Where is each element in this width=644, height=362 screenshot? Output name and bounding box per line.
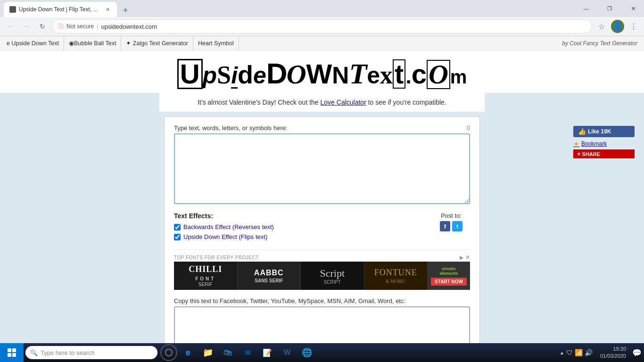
- nav-item-zalgo[interactable]: ✦ Zalgo Text Generator: [121, 36, 193, 50]
- system-tray: ▲ 🛡 📶 🔊: [556, 349, 596, 356]
- upsidedown-effect-checkbox[interactable]: [174, 234, 181, 240]
- taskbar-store-button[interactable]: 🛍: [218, 343, 238, 362]
- edge-icon: e: [186, 348, 190, 358]
- taskbar-right: ▲ 🛡 📶 🔊 19:20 01/03/2020 💬: [556, 343, 644, 362]
- notification-icon: 💬: [632, 348, 642, 357]
- bookmark-link[interactable]: ★ Bookmark: [573, 140, 635, 148]
- minimize-button[interactable]: —: [575, 0, 597, 17]
- right-sidebar: 👍 Like 19K ★ Bookmark + SHARE: [573, 126, 635, 158]
- search-icon: 🔍: [30, 349, 38, 356]
- tab-favicon: [9, 6, 16, 13]
- share-plus-icon: +: [577, 150, 581, 157]
- ad-start-now-button[interactable]: START NOW: [431, 278, 467, 286]
- promo-text-before: It's almost Valentine's Day! Check out t…: [198, 99, 318, 106]
- promo-text-after: to see if you're compatible.: [368, 99, 446, 106]
- nav-item-upside-down[interactable]: e Upside Down Text: [2, 36, 64, 50]
- ad-envato-logo: envatoelements: [439, 266, 458, 276]
- nav-item-heart[interactable]: Heart Symbol: [193, 36, 239, 50]
- nav-item-bubble-ball[interactable]: ◉ Bubble Ball Text: [64, 36, 121, 50]
- share-label: SHARE: [582, 151, 601, 157]
- copy-label: Copy this text to Facebook, Twitter, You…: [174, 297, 470, 304]
- logo-letter-U: U: [177, 59, 203, 89]
- tray-expand-icon[interactable]: ▲: [560, 350, 564, 355]
- facebook-like-button[interactable]: 👍 Like 19K: [573, 126, 635, 137]
- url-separator: |: [97, 23, 98, 30]
- nav-item-bubble-ball-label: Bubble Ball Text: [74, 40, 116, 47]
- nav-right-credit: by Cool Fancy Text Generator: [557, 40, 642, 47]
- logo-letter-e2: e: [367, 64, 380, 87]
- taskbar-edge-button[interactable]: e: [178, 343, 198, 362]
- post-to-section: Post to: f t: [432, 212, 470, 231]
- address-bar[interactable]: ⓘ Not secure | upsidedowntext.com: [52, 19, 592, 33]
- logo-letter-W: W: [306, 60, 332, 88]
- share-button[interactable]: + SHARE: [573, 149, 635, 158]
- notification-button[interactable]: 💬: [630, 343, 644, 362]
- effects-title: Text Effects:: [174, 212, 432, 220]
- logo-letter-t: t: [393, 59, 405, 89]
- bookmark-star-button[interactable]: ☆: [595, 20, 608, 33]
- taskbar-mail-button[interactable]: ✉: [238, 343, 257, 362]
- word-icon: W: [283, 348, 290, 357]
- profile-button[interactable]: 👤: [611, 20, 624, 33]
- backwards-effect-checkbox[interactable]: [174, 224, 181, 230]
- logo-letter-c: c: [412, 60, 427, 88]
- refresh-button[interactable]: ↻: [36, 20, 49, 33]
- new-tab-button[interactable]: +: [119, 4, 132, 17]
- start-button[interactable]: [0, 343, 24, 362]
- upsidedown-effect-label: Upside Down Effect (Flips text): [183, 233, 267, 240]
- profile-avatar-icon: 👤: [612, 21, 623, 32]
- ad-banner[interactable]: CHILLIFONT SERIF AABBC SANS SERIF Script…: [174, 262, 470, 290]
- logo-display: U p S i d e D O W N T e x t . c O m: [177, 59, 467, 89]
- ad-adchoices-icon: ▶: [460, 255, 463, 261]
- clock-time: 19:20: [600, 346, 626, 353]
- like-label: Like 19K: [588, 128, 611, 135]
- taskbar-chrome-button[interactable]: 🌐: [297, 343, 317, 362]
- input-label-row: Type text, words, letters, or symbols he…: [174, 124, 470, 132]
- maximize-button[interactable]: ❐: [599, 0, 620, 17]
- text-input[interactable]: [174, 133, 470, 204]
- nav-item-heart-label: Heart Symbol: [198, 40, 234, 47]
- store-icon: 🛍: [223, 348, 232, 358]
- close-button[interactable]: ✕: [622, 0, 644, 17]
- mail-icon: ✉: [245, 348, 251, 357]
- tray-network-icon: 📶: [575, 349, 583, 356]
- site-logo: U p S i d e D O W N T e x t . c O m: [0, 50, 644, 93]
- facebook-post-button[interactable]: f: [440, 221, 450, 231]
- forward-button[interactable]: →: [20, 20, 33, 33]
- ad-more-segment: FONTUNE & MORE!: [364, 262, 428, 290]
- back-button[interactable]: ←: [4, 20, 17, 33]
- taskbar-word-button[interactable]: W: [277, 343, 297, 362]
- upsidedown-effect-item: Upside Down Effect (Flips text): [174, 233, 432, 240]
- task-view-button[interactable]: [160, 344, 177, 361]
- ad-envato-segment: envatoelements START NOW: [428, 262, 470, 290]
- task-view-icon: [165, 349, 173, 356]
- system-clock[interactable]: 19:20 01/03/2020: [596, 346, 630, 360]
- ad-top-label: TOP FONTS FOR EVERY PROJECT: [174, 255, 259, 260]
- ad-more-label: & MORE!: [386, 279, 406, 284]
- tab-close-button[interactable]: ✕: [104, 6, 111, 13]
- security-icon: ⓘ: [58, 23, 64, 31]
- ad-serif-segment: CHILLIFONT SERIF: [174, 262, 238, 290]
- tray-volume-icon[interactable]: 🔊: [585, 349, 593, 356]
- sticky-icon: 📝: [263, 348, 272, 357]
- taskbar-file-explorer-button[interactable]: 📁: [198, 343, 218, 362]
- ad-close-button[interactable]: ✕: [465, 254, 470, 261]
- thumbs-up-icon: 👍: [578, 128, 586, 135]
- browser-tab[interactable]: Upside Down Text | Flip Text, Typ... ✕: [4, 2, 117, 17]
- site-navigation: e Upside Down Text ◉ Bubble Ball Text ✦ …: [0, 36, 644, 50]
- chrome-icon: 🌐: [302, 347, 312, 358]
- logo-letter-O2: O: [427, 60, 450, 89]
- backwards-effect-label: Backwards Effect (Reverses text): [183, 223, 274, 230]
- logo-dot: .: [405, 66, 411, 87]
- tray-antivirus-icon: 🛡: [566, 349, 573, 356]
- logo-letter-d: d: [238, 62, 253, 87]
- backwards-effect-label-colored: Backwards Effect (Reverses text): [183, 223, 274, 230]
- taskbar-sticky-button[interactable]: 📝: [257, 343, 277, 362]
- logo-letter-T2: T: [349, 59, 367, 88]
- taskbar-search[interactable]: 🔍 Type here to search: [25, 346, 157, 359]
- chrome-menu-button[interactable]: ⋮: [627, 20, 640, 33]
- love-calculator-link[interactable]: Love Calculator: [321, 99, 366, 106]
- twitter-post-button[interactable]: t: [452, 221, 462, 231]
- upsidedown-effect-label-colored: Upside Down Effect (Flips text): [183, 233, 267, 240]
- nav-item-zalgo-label: ✦ Zalgo Text Generator: [126, 40, 188, 47]
